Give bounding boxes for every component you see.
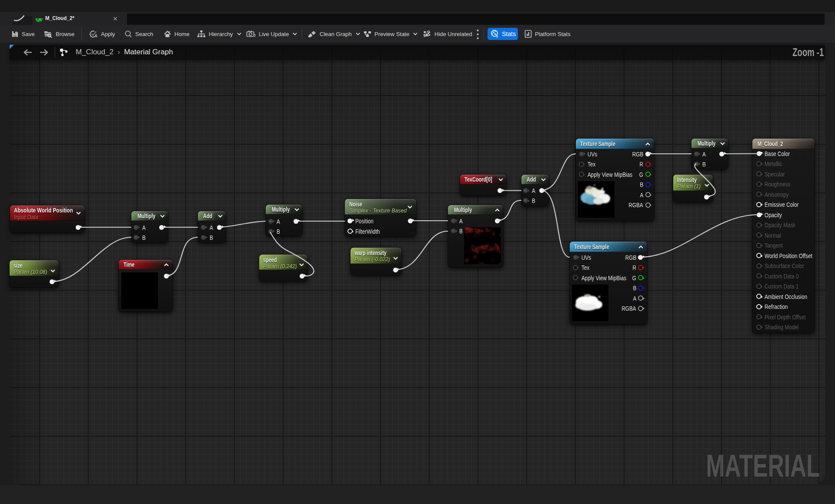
svg-text:i: i <box>497 34 498 38</box>
